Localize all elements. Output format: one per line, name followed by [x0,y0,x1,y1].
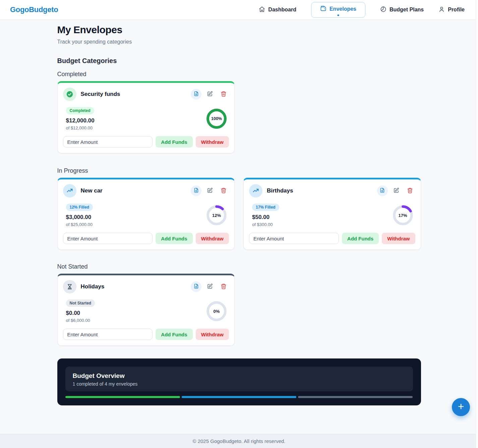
delete-button[interactable] [218,89,229,100]
check-circle-icon [63,88,76,101]
user-icon [438,6,445,14]
details-button[interactable] [191,89,201,100]
card-form: Add Funds Withdraw [63,233,229,244]
amount-input[interactable] [63,136,153,148]
edit-icon [207,283,213,290]
group-label-completed: Completed [57,71,421,78]
status-badge: Completed [66,107,94,114]
card-form: Add Funds Withdraw [63,329,229,340]
withdraw-button[interactable]: Withdraw [382,233,415,244]
card-header: Birthdays [249,184,415,198]
trash-icon [221,283,227,290]
envelope-card-security-funds: Security funds Completed $12,000.0 [57,81,235,153]
envelope-title: Security funds [81,91,187,98]
page-title: My Envelopes [57,24,421,36]
target-amount: of $6,000.00 [66,318,95,323]
progress-percent: 12% [206,205,227,225]
withdraw-button[interactable]: Withdraw [196,136,229,148]
document-icon [193,283,199,290]
grid-spacer [243,81,421,153]
edit-button[interactable] [204,89,215,100]
trash-icon [407,187,413,194]
completed-progress-bar [65,396,180,398]
page-footer: © 2025 GogoBudgeto. All rights reserved. [0,434,478,448]
page-subtitle: Track your spending categories [57,39,421,45]
status-badge: Not Started [66,299,95,307]
nav-budget-plans-label: Budget Plans [390,7,424,13]
envelope-title: Birthdays [267,187,373,194]
card-actions [191,89,229,100]
withdraw-button[interactable]: Withdraw [196,329,229,340]
withdraw-button[interactable]: Withdraw [196,233,229,244]
document-icon [193,187,199,194]
card-amounts: 12% Filled $3,000.00 of $25,000.00 [66,204,93,227]
edit-icon [207,187,213,194]
nav-envelopes-pill[interactable]: Envelopes [311,2,365,18]
nav-budget-plans[interactable]: Budget Plans [380,6,424,14]
nav-profile[interactable]: Profile [438,6,465,14]
completed-grid: Security funds Completed $12,000.0 [57,81,421,153]
group-label-in-progress: In Progress [57,167,421,174]
add-funds-button[interactable]: Add Funds [156,329,192,340]
scrollbar[interactable] [476,0,478,448]
trending-up-icon [63,184,76,198]
add-envelope-button[interactable]: + [452,398,470,416]
progress-ring: 100% [206,109,227,129]
delete-button[interactable] [218,185,229,196]
nav-envelopes[interactable]: Envelopes [320,5,356,13]
nav-dashboard[interactable]: Dashboard [259,6,296,14]
not-started-grid: Holidays Not Started $0.00 [57,274,421,346]
delete-button[interactable] [218,281,229,292]
target-amount: of $12,000.00 [66,125,95,130]
document-icon [193,91,199,98]
status-badge: 17% Filled [252,204,279,211]
details-button[interactable] [377,185,388,196]
card-header: New car [63,184,229,198]
card-form: Add Funds Withdraw [249,233,415,244]
main-nav: Dashboard Envelopes Budget Plans Profile [259,2,465,18]
trash-icon [221,187,227,194]
add-funds-button[interactable]: Add Funds [342,233,379,244]
edit-button[interactable] [204,281,215,292]
group-label-not-started: Not Started [57,263,421,270]
amount-input[interactable] [63,329,153,340]
amount-input[interactable] [63,233,153,244]
details-button[interactable] [191,185,201,196]
nav-envelopes-label: Envelopes [330,6,356,12]
delete-button[interactable] [405,185,415,196]
current-amount: $12,000.00 [66,117,95,124]
add-funds-button[interactable]: Add Funds [156,136,192,148]
envelope-title: New car [81,187,187,194]
nav-profile-label: Profile [448,7,465,13]
edit-icon [393,187,399,194]
card-header: Holidays [63,280,229,293]
wallet-icon [320,5,326,13]
envelope-card-new-car: New car 12% Filled $3,000.00 [57,178,235,250]
envelope-card-holidays: Holidays Not Started $0.00 [57,274,235,346]
hourglass-icon [63,280,76,293]
edit-button[interactable] [391,185,402,196]
details-button[interactable] [191,281,201,292]
in-progress-progress-bar [182,396,296,398]
edit-icon [207,91,213,98]
budget-overview-bars [65,396,413,398]
nav-dashboard-label: Dashboard [268,7,296,13]
card-header: Security funds [63,88,229,101]
app-logo[interactable]: GogoBudgeto [10,5,58,14]
progress-ring: 0% [206,301,227,321]
app-header: GogoBudgeto Dashboard Envelopes Budget P… [0,0,478,20]
trending-up-icon [249,184,262,198]
progress-percent: 17% [393,205,413,225]
card-actions [191,185,229,196]
edit-button[interactable] [204,185,215,196]
add-funds-button[interactable]: Add Funds [156,233,192,244]
budget-overview-title: Budget Overview [73,372,406,380]
current-amount: $50.00 [252,214,279,221]
section-title: Budget Categories [57,57,421,65]
card-stats: Not Started $0.00 of $6,000.00 0% [63,299,229,323]
status-badge: 12% Filled [66,204,93,211]
copyright-text: © 2025 GogoBudgeto. All rights reserved. [192,438,285,444]
progress-ring: 12% [206,205,227,225]
progress-percent: 0% [206,301,227,321]
amount-input[interactable] [249,233,339,244]
